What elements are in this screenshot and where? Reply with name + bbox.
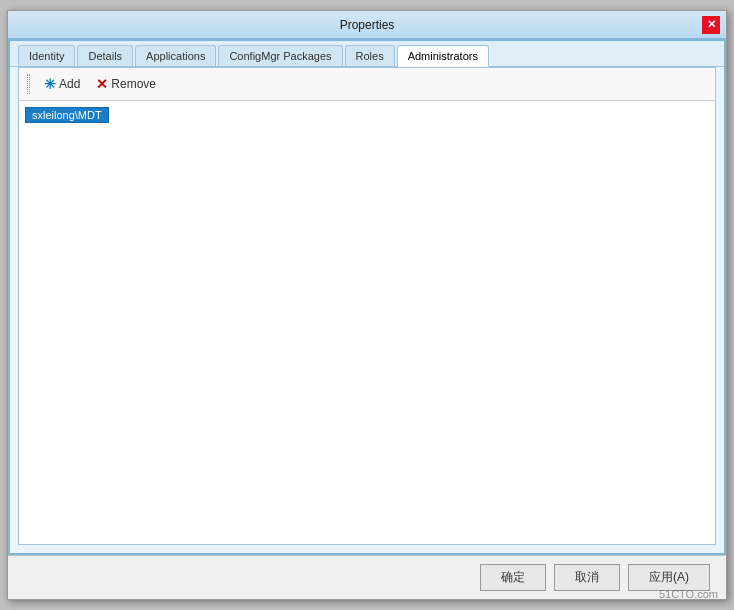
window-title: Properties — [32, 18, 702, 32]
tab-content-administrators: ✳ Add ✕ Remove sxleilong\MDT — [18, 67, 716, 545]
add-button[interactable]: ✳ Add — [38, 74, 86, 94]
close-button[interactable]: ✕ — [702, 16, 720, 34]
toolbar: ✳ Add ✕ Remove — [19, 68, 715, 101]
administrators-list: sxleilong\MDT — [19, 101, 715, 544]
toolbar-separator — [27, 74, 30, 94]
tab-details[interactable]: Details — [77, 45, 133, 66]
window-body: Identity Details Applications ConfigMgr … — [8, 39, 726, 555]
tabs-bar: Identity Details Applications ConfigMgr … — [10, 41, 724, 67]
cancel-button[interactable]: 取消 — [554, 564, 620, 591]
remove-icon: ✕ — [96, 76, 108, 92]
tab-configmgr[interactable]: ConfigMgr Packages — [218, 45, 342, 66]
add-label: Add — [59, 77, 80, 91]
tab-applications[interactable]: Applications — [135, 45, 216, 66]
tab-identity[interactable]: Identity — [18, 45, 75, 66]
properties-window: Properties ✕ Identity Details Applicatio… — [7, 10, 727, 600]
remove-label: Remove — [111, 77, 156, 91]
apply-button[interactable]: 应用(A) — [628, 564, 710, 591]
remove-button[interactable]: ✕ Remove — [90, 74, 162, 94]
tab-administrators[interactable]: Administrators — [397, 45, 489, 67]
title-bar: Properties ✕ — [8, 11, 726, 39]
tab-roles[interactable]: Roles — [345, 45, 395, 66]
list-item[interactable]: sxleilong\MDT — [25, 107, 109, 123]
add-icon: ✳ — [44, 76, 56, 92]
watermark: 51CTO.com — [659, 588, 718, 600]
footer: 确定 取消 应用(A) — [8, 555, 726, 599]
ok-button[interactable]: 确定 — [480, 564, 546, 591]
